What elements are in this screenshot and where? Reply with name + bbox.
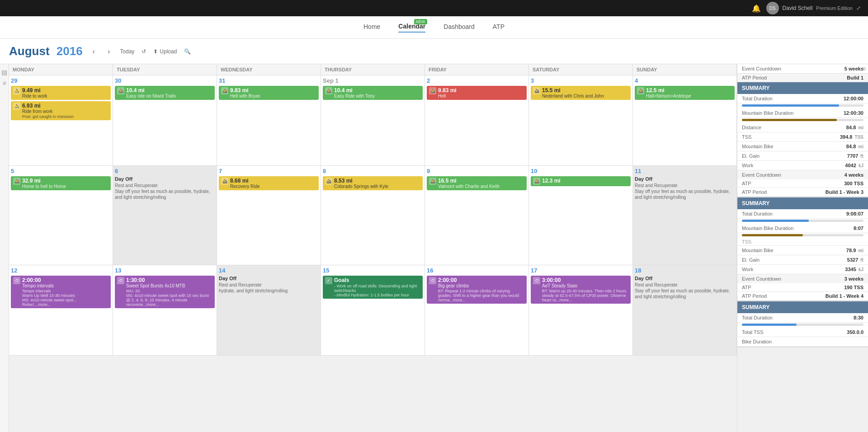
mtb-icon: 🚵 bbox=[221, 178, 228, 185]
check-icon: ✓ bbox=[325, 277, 332, 284]
day-num-29: 29 bbox=[11, 77, 111, 84]
sidebar-icon-2[interactable]: ≡ bbox=[2, 80, 6, 87]
activity-card[interactable]: 🚴 9.49 mi Ride to work bbox=[11, 86, 111, 100]
nav-dashboard[interactable]: Dashboard bbox=[443, 23, 475, 32]
atp-period-value: Build 1 bbox=[847, 75, 863, 80]
atp-label-2: ATP bbox=[742, 285, 751, 290]
summary-distance-1: Distance 84.8 mi bbox=[737, 123, 868, 132]
day-3: 3 🚵 15.5 mi Nederland with Chris and Joh… bbox=[529, 75, 633, 165]
day-header-thu: THURSDAY bbox=[321, 64, 425, 75]
year-label: 2016 bbox=[57, 44, 83, 58]
activity-card[interactable]: ⏱ 2:00:00 Tempo intervals Tempo Interval… bbox=[11, 276, 111, 308]
day-headers: MONDAY TUESDAY WEDNESDAY THURSDAY FRIDAY… bbox=[9, 64, 737, 75]
summary-mtb-1: Mountain Bike 84.8 mi bbox=[737, 142, 868, 151]
activity-card[interactable]: 🚵 9.83 mi Hell bbox=[427, 86, 527, 100]
tss-value: 394.8 TSS bbox=[840, 134, 863, 140]
day-num-18: 18 bbox=[635, 267, 735, 274]
activity-card[interactable]: 🚵 15.5 mi Nederland with Chris and John bbox=[531, 86, 631, 100]
day-8: 8 🚵 8.53 mi Colorado Springs with Kyle bbox=[321, 166, 425, 265]
search-button[interactable]: 🔍 bbox=[184, 48, 191, 55]
day-9: 9 🚵 16.5 mi Valmont with Charlie and Kei… bbox=[425, 166, 529, 265]
summary-week3: SUMMARY Total Duration 8:30 Total TSS 35… bbox=[737, 301, 868, 347]
day-17: 17 ⏱ 3:00:00 AeT Steady State BT: Warm u… bbox=[529, 265, 633, 355]
atp-period-top-row: ATP Period Build 1 bbox=[737, 74, 868, 82]
activity-card[interactable]: ⏱ 1:30:00 Sweet Spot Bursts 4x10 MTB WU:… bbox=[115, 276, 215, 308]
mtb-label: Mountain Bike bbox=[742, 144, 774, 149]
event-countdown-label-2: Event Countdown bbox=[742, 276, 781, 282]
total-tss-value-3: 350.0.0 bbox=[847, 329, 863, 335]
day-header-mon: MONDAY bbox=[9, 64, 113, 75]
activity-card[interactable]: 🚴 6.93 mi Ride from work Post: got caugh… bbox=[11, 101, 111, 120]
atp-label-1: ATP bbox=[742, 181, 751, 186]
upload-button[interactable]: ⬆ Upload bbox=[153, 48, 177, 55]
event-countdown-row-1: Event Countdown 4 weeks bbox=[737, 170, 868, 179]
total-duration-progress-3 bbox=[737, 323, 868, 328]
day-num-2: 2 bbox=[427, 77, 527, 84]
day-2: 2 🚵 9.83 mi Hell bbox=[425, 75, 529, 165]
prev-month-button[interactable]: ‹ bbox=[90, 47, 98, 56]
sidebar-icon-1[interactable]: ▤ bbox=[1, 69, 7, 76]
total-duration-label: Total Duration bbox=[742, 96, 773, 101]
elgain-value-2: 5327 ft bbox=[847, 257, 863, 263]
day-30: 30 🚵 10.4 mi Easy ride on Niwot Trails bbox=[113, 75, 217, 165]
mtb-duration-label: Mountain Bike Duration bbox=[742, 110, 793, 116]
activity-card[interactable]: 🚵 10.4 mi Easy ride on Niwot Trails bbox=[115, 86, 215, 100]
event-countdown-value: 5 weeks bbox=[844, 66, 863, 71]
expand-icon[interactable]: ⤢ bbox=[856, 5, 861, 11]
activity-card[interactable]: 🚵 12.5 mi Hall>Nelson>Antelope bbox=[635, 86, 735, 100]
activity-card[interactable]: 🚵 8.53 mi Colorado Springs with Kyle bbox=[323, 176, 423, 190]
calendar-header: August 2016 ‹ › Today ↺ ⬆ Upload 🔍 bbox=[0, 39, 868, 64]
total-duration-value-3: 8:30 bbox=[854, 315, 863, 320]
activity-card[interactable]: 🚵 32.9 mi Home to hell to Home bbox=[11, 176, 111, 190]
summary-total-tss-3: Total TSS 350.0.0 bbox=[737, 328, 868, 337]
refresh-button[interactable]: ↺ bbox=[142, 48, 146, 55]
event-countdown-row-2: Event Countdown 3 weeks bbox=[737, 274, 868, 283]
activity-card[interactable]: 🚵 12.3 mi bbox=[531, 176, 631, 186]
activity-card[interactable]: ⏱ 3:00:00 AeT Steady State BT: Warm up 2… bbox=[531, 276, 631, 304]
next-month-button[interactable]: › bbox=[105, 47, 113, 56]
day-sep1: Sep 1 🚵 10.4 mi Easy Ride with Tony bbox=[321, 75, 425, 165]
day-7: 7 🚵 8.68 mi Recovery Ride bbox=[217, 166, 321, 265]
calendar-title: August 2016 bbox=[9, 44, 83, 58]
atp-period-row-2: ATP Period Build 1 - Week 4 bbox=[737, 292, 868, 301]
activity-card[interactable]: 🚵 9.83 mi Hell with Bryan bbox=[219, 86, 319, 100]
bell-icon[interactable]: 🔔 bbox=[752, 4, 761, 13]
month-label: August bbox=[9, 44, 50, 58]
calendar-container: MONDAY TUESDAY WEDNESDAY THURSDAY FRIDAY… bbox=[9, 64, 737, 432]
summary-work-1: Work 4042 kJ bbox=[737, 161, 868, 170]
nav-atp[interactable]: ATP bbox=[493, 23, 505, 32]
top-event-row: Event Countdown 5 weeks ≡ bbox=[737, 64, 868, 74]
day-off-desc: Rest and RecuperateStay off your feet as… bbox=[115, 183, 215, 200]
today-button[interactable]: Today bbox=[120, 48, 134, 55]
event-countdown-label: Event Countdown bbox=[742, 66, 781, 71]
day-12: 12 ⏱ 2:00:00 Tempo intervals Tempo Inter… bbox=[9, 265, 113, 355]
activity-card[interactable]: 🚵 10.4 mi Easy Ride with Tony bbox=[323, 86, 423, 100]
activity-card[interactable]: ⏱ 2:00:00 Big gear climbs BT: Repeat 1-2… bbox=[427, 276, 527, 304]
day-num-13: 13 bbox=[115, 267, 215, 274]
activity-card[interactable]: ✓ Goals - Work on off road skills: Desce… bbox=[323, 276, 423, 299]
mtb-icon: 🚵 bbox=[117, 87, 124, 94]
timer-icon: ⏱ bbox=[533, 277, 540, 284]
day-num-6: 6 bbox=[115, 168, 215, 174]
day-num-3: 3 bbox=[531, 77, 631, 84]
day-5: 5 🚵 32.9 mi Home to hell to Home bbox=[9, 166, 113, 265]
activity-card[interactable]: 🚵 8.68 mi Recovery Ride bbox=[219, 176, 319, 190]
activity-card[interactable]: 🚵 16.5 mi Valmont with Charlie and Keith bbox=[427, 176, 527, 190]
distance-value: 84.8 mi bbox=[846, 125, 863, 130]
mtb-value-2: 78.9 mi bbox=[846, 248, 863, 253]
event-countdown-label-1: Event Countdown bbox=[742, 172, 781, 178]
menu-icon[interactable]: ≡ bbox=[863, 65, 866, 72]
elgain-label: El. Gain bbox=[742, 153, 760, 159]
summary-week2: SUMMARY Total Duration 9:08:07 Mountain … bbox=[737, 197, 868, 301]
summary-total-duration-2: Total Duration 9:08:07 bbox=[737, 209, 868, 219]
week-row-1: 29 🚴 9.49 mi Ride to work 🚴 6.93 mi Ride… bbox=[9, 75, 737, 166]
day-num-sep1: Sep 1 bbox=[323, 77, 423, 84]
day-num-8: 8 bbox=[323, 168, 423, 174]
nav-home[interactable]: Home bbox=[363, 23, 380, 32]
day-header-fri: FRIDAY bbox=[425, 64, 529, 75]
atp-value-2: 190 TSS bbox=[844, 285, 863, 290]
day-off-title: Day Off bbox=[219, 276, 319, 281]
mtb-icon: 🚵 bbox=[221, 87, 228, 94]
work-value: 4042 kJ bbox=[845, 163, 863, 168]
summary-tss-1: TSS 394.8 TSS bbox=[737, 132, 868, 142]
